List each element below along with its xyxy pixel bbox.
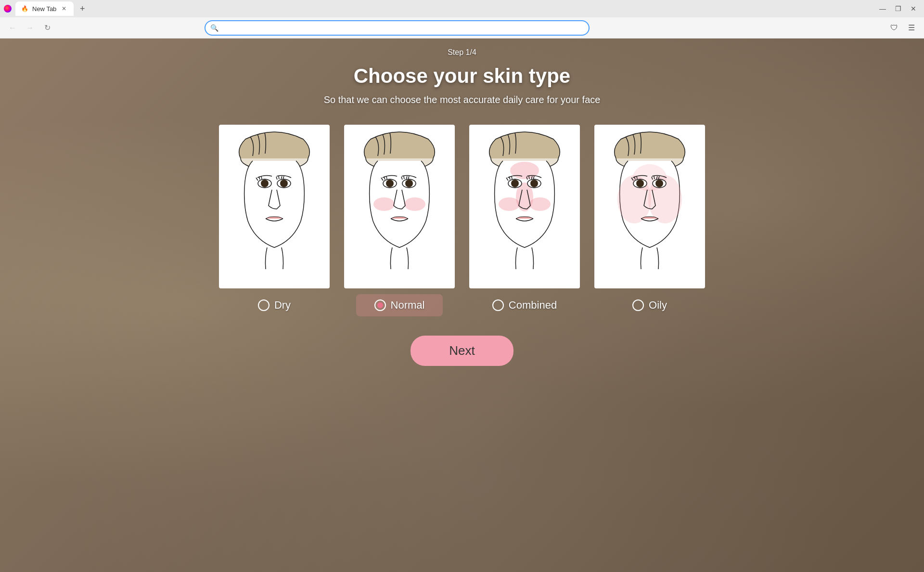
skin-card-normal[interactable]: Normal bbox=[344, 125, 455, 316]
skin-card-dry-label: Dry bbox=[274, 299, 291, 312]
browser-tab[interactable]: 🔥 New Tab ✕ bbox=[15, 1, 74, 16]
skin-card-oily-radio[interactable] bbox=[632, 299, 644, 311]
minimize-button[interactable]: — bbox=[876, 2, 889, 15]
svg-point-15 bbox=[510, 162, 539, 179]
svg-point-20 bbox=[530, 180, 538, 187]
skin-card-dry-radio[interactable] bbox=[258, 299, 270, 311]
page-content: Step 1/4 Choose your skin type So that w… bbox=[0, 39, 924, 572]
skin-card-combined-label: Combined bbox=[509, 299, 557, 312]
browser-toolbar: ← → ↻ 🔍 🛡 ☰ bbox=[0, 17, 924, 39]
skin-card-normal-radio[interactable] bbox=[374, 299, 386, 311]
page-title: Choose your skin type bbox=[354, 65, 570, 88]
restore-button[interactable]: ❐ bbox=[891, 2, 905, 15]
svg-point-4 bbox=[280, 180, 288, 187]
skin-card-normal-image bbox=[344, 125, 455, 288]
skin-card-oily[interactable]: Oily bbox=[594, 125, 705, 316]
skin-card-dry-label-row: Dry bbox=[231, 294, 318, 316]
reload-button[interactable]: ↻ bbox=[40, 21, 54, 35]
svg-point-6 bbox=[373, 197, 395, 211]
skin-type-cards: Dry bbox=[219, 125, 705, 316]
skin-card-normal-label-row: Normal bbox=[356, 294, 443, 316]
address-input[interactable] bbox=[205, 20, 590, 36]
content-wrapper: Step 1/4 Choose your skin type So that w… bbox=[0, 39, 924, 366]
face-illustration-combined bbox=[476, 130, 573, 284]
close-window-button[interactable]: ✕ bbox=[907, 2, 920, 15]
pocket-icon[interactable]: 🛡 bbox=[887, 21, 901, 35]
window-controls: — ❐ ✕ bbox=[876, 2, 920, 15]
svg-point-26 bbox=[636, 180, 644, 187]
radio-selected-indicator bbox=[377, 302, 383, 308]
new-tab-button[interactable]: + bbox=[76, 2, 89, 15]
svg-point-2 bbox=[261, 180, 269, 187]
skin-card-dry[interactable]: Dry bbox=[219, 125, 330, 316]
skin-card-oily-label: Oily bbox=[649, 299, 667, 312]
back-button[interactable]: ← bbox=[6, 21, 19, 35]
page-subtitle: So that we can choose the most accurate … bbox=[324, 94, 601, 105]
skin-card-combined[interactable]: Combined bbox=[469, 125, 580, 316]
svg-point-9 bbox=[386, 180, 394, 187]
skin-card-combined-radio[interactable] bbox=[492, 299, 504, 311]
step-indicator: Step 1/4 bbox=[448, 48, 476, 57]
svg-point-7 bbox=[404, 197, 425, 211]
skin-card-oily-image bbox=[594, 125, 705, 288]
skin-card-combined-image bbox=[469, 125, 580, 288]
tab-title: New Tab bbox=[32, 5, 56, 13]
address-bar: 🔍 bbox=[205, 20, 590, 36]
tab-favicon: 🔥 bbox=[21, 5, 28, 12]
svg-point-11 bbox=[405, 180, 413, 187]
face-illustration-dry bbox=[226, 130, 322, 284]
forward-button[interactable]: → bbox=[23, 21, 37, 35]
skin-card-dry-image bbox=[219, 125, 330, 288]
skin-card-combined-label-row: Combined bbox=[481, 294, 568, 316]
search-icon: 🔍 bbox=[210, 24, 218, 32]
browser-logo-icon bbox=[4, 5, 12, 13]
tab-close-button[interactable]: ✕ bbox=[60, 5, 68, 13]
face-illustration-normal bbox=[351, 130, 448, 284]
menu-icon[interactable]: ☰ bbox=[905, 21, 918, 35]
toolbar-right: 🛡 ☰ bbox=[887, 21, 918, 35]
next-button[interactable]: Next bbox=[411, 336, 513, 366]
svg-point-28 bbox=[655, 180, 663, 187]
svg-point-18 bbox=[511, 180, 519, 187]
skin-card-oily-label-row: Oily bbox=[606, 294, 693, 316]
face-illustration-oily bbox=[602, 130, 698, 284]
skin-card-normal-label: Normal bbox=[391, 299, 425, 312]
title-bar: 🔥 New Tab ✕ + — ❐ ✕ bbox=[0, 0, 924, 17]
browser-chrome: 🔥 New Tab ✕ + — ❐ ✕ ← → ↻ 🔍 🛡 ☰ bbox=[0, 0, 924, 39]
